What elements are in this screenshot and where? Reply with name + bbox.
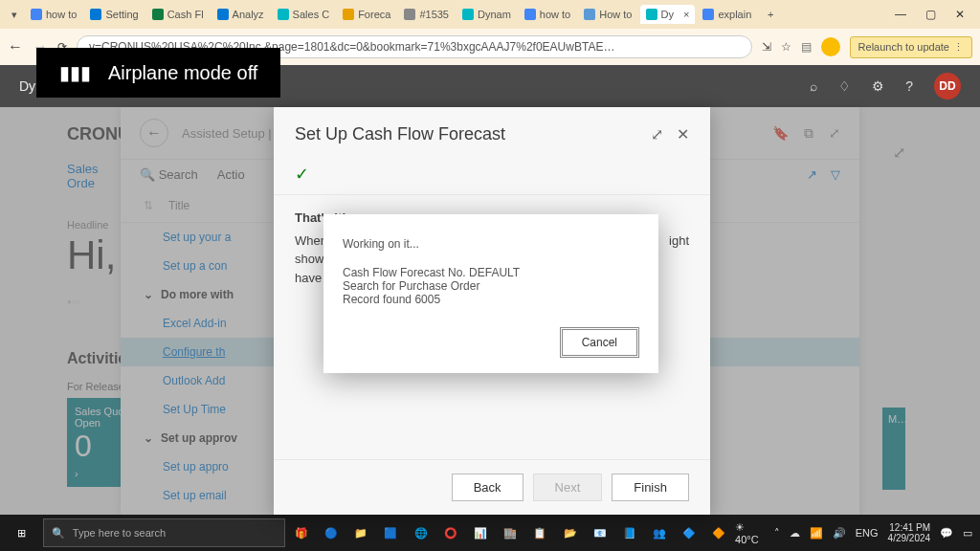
lang-indicator[interactable]: ENG: [856, 527, 879, 539]
expand-wizard-icon[interactable]: ⤢: [651, 125, 663, 143]
tb-app-icon[interactable]: 📧: [586, 515, 613, 551]
notifications-icon[interactable]: 💬: [940, 527, 953, 540]
new-tab-button[interactable]: +: [759, 9, 782, 20]
start-button[interactable]: ⊞: [2, 515, 41, 551]
search-icon: 🔍: [52, 527, 65, 540]
tb-app-icon[interactable]: 🔶: [705, 515, 733, 551]
bell-icon[interactable]: ♢: [838, 78, 851, 94]
wizard-title: Set Up Cash Flow Forecast: [295, 124, 505, 144]
relaunch-button[interactable]: Relaunch to update⋮: [850, 36, 972, 58]
signal-icon: ▮▮▮: [59, 61, 91, 84]
tab-3[interactable]: Analyz: [212, 5, 270, 24]
tb-vscode-icon[interactable]: 🔷: [676, 515, 703, 551]
close-window-icon[interactable]: ✕: [955, 8, 965, 21]
taskbar: ⊞ 🔍 Type here to search 🎁 🔵 📁 🟦 🌐 ⭕ 📊 🏬 …: [0, 515, 980, 551]
search-icon[interactable]: ⌕: [810, 78, 817, 94]
tab-0[interactable]: how to: [25, 5, 82, 24]
extensions-icon[interactable]: ▤: [801, 40, 812, 54]
tb-app-icon[interactable]: 📁: [347, 515, 375, 551]
tab-6[interactable]: #1535: [398, 5, 455, 24]
progress-dialog: Working on it... Cash Flow Forecast No. …: [323, 214, 658, 373]
wizard-text: ight: [669, 231, 689, 288]
maximize-icon[interactable]: ▢: [925, 8, 936, 21]
tb-app-icon[interactable]: 🏬: [497, 515, 524, 551]
install-icon[interactable]: ⇲: [762, 40, 771, 54]
weather-widget[interactable]: ☀ 40°C: [735, 521, 765, 545]
help-icon[interactable]: ?: [905, 78, 913, 94]
close-wizard-icon[interactable]: ✕: [677, 125, 689, 143]
onedrive-icon[interactable]: ☁: [790, 527, 800, 540]
back-button[interactable]: Back: [452, 474, 523, 501]
progress-line: Search for Purchase Order: [343, 279, 639, 293]
wifi-icon[interactable]: 📶: [810, 527, 823, 540]
cancel-button[interactable]: Cancel: [560, 327, 639, 358]
tab-4[interactable]: Sales C: [272, 5, 336, 24]
airplane-toast: ▮▮▮ Airplane mode off: [36, 48, 280, 98]
tb-word-icon[interactable]: 📘: [615, 515, 643, 551]
profile-icon[interactable]: [821, 37, 840, 56]
working-text: Working on it...: [343, 237, 639, 251]
close-icon[interactable]: ×: [683, 9, 689, 20]
tb-app-icon[interactable]: 📋: [526, 515, 554, 551]
progress-line: Cash Flow Forecast No. DEFAULT: [343, 266, 639, 279]
volume-icon[interactable]: 🔊: [833, 527, 846, 540]
tb-chrome-icon[interactable]: ⭕: [436, 515, 464, 551]
tab-10[interactable]: Dy×: [640, 5, 696, 24]
tab-9[interactable]: How to: [578, 5, 637, 24]
tab-5[interactable]: Foreca: [337, 5, 396, 24]
tab-1[interactable]: Setting: [84, 5, 144, 24]
clock[interactable]: 12:41 PM 4/29/2024: [888, 522, 931, 543]
browser-tabs: ▾ how to Setting Cash Fl Analyz Sales C …: [0, 0, 980, 29]
notifications-icon[interactable]: ▭: [963, 527, 972, 540]
tray-chevron-icon[interactable]: ˄: [774, 527, 780, 540]
tab-11[interactable]: explain: [697, 5, 757, 24]
finish-button[interactable]: Finish: [612, 474, 689, 501]
progress-line: Record found 6005: [343, 293, 639, 306]
next-button: Next: [533, 474, 603, 501]
tb-app-icon[interactable]: 📊: [466, 515, 494, 551]
gear-icon[interactable]: ⚙: [872, 78, 884, 94]
tb-app-icon[interactable]: 🎁: [287, 515, 315, 551]
tab-7[interactable]: Dynam: [457, 5, 517, 24]
star-icon[interactable]: ☆: [781, 40, 791, 54]
tb-edge-icon[interactable]: 🌐: [407, 515, 434, 551]
tb-teams-icon[interactable]: 👥: [646, 515, 674, 551]
tb-app-icon[interactable]: 🟦: [377, 515, 405, 551]
minimize-icon[interactable]: ―: [895, 8, 906, 21]
check-icon: ✓: [274, 158, 710, 195]
tab-8[interactable]: how to: [519, 5, 576, 24]
tab-2[interactable]: Cash Fl: [146, 5, 210, 24]
tb-explorer-icon[interactable]: 📂: [556, 515, 584, 551]
tab-dropdown-icon[interactable]: ▾: [6, 9, 23, 21]
avatar[interactable]: DD: [934, 73, 961, 99]
taskbar-search[interactable]: 🔍 Type here to search: [43, 518, 285, 547]
back-icon[interactable]: ←: [8, 38, 23, 55]
tb-app-icon[interactable]: 🔵: [317, 515, 345, 551]
